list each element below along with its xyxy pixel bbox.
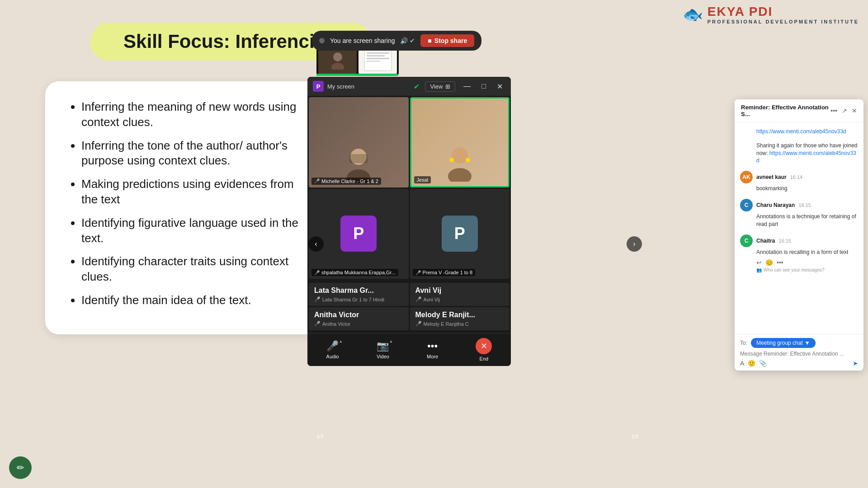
chat-message-charu: C Charu Narayan 16:15 Annotations is a t…	[740, 199, 858, 228]
melody-sub: 🎤 Melody E Ranjitha C	[415, 321, 505, 327]
logo-sub: PROFESSIONAL DEVELOPMENT INSTITUTE	[708, 19, 859, 24]
video-icon: 📷	[377, 340, 389, 352]
end-button[interactable]: ✕ End	[476, 338, 492, 361]
chat-to-label: To:	[740, 340, 747, 346]
reactions-more-icon[interactable]: •••	[777, 259, 783, 266]
jesal-name-bar: Jesal	[414, 176, 431, 183]
avneet-text: bookmarking	[756, 185, 858, 192]
end-circle: ✕	[476, 338, 492, 354]
participants-grid: 🎤 Michelle Clarke - Gr 1 & 2 Jesal P	[307, 96, 511, 280]
attachment-icon[interactable]: 📎	[759, 360, 767, 367]
more-label: More	[427, 354, 438, 359]
sharing-text: Sharing it again for those who have join…	[756, 142, 858, 164]
bullet-item: Identifying figurative language used in …	[81, 216, 303, 246]
lata-tile: Lata Sharma Gr... 🎤 Lata Sharma Gr 1 to …	[309, 283, 409, 306]
svg-point-0	[333, 52, 342, 61]
logo-area: 🐟 EKYA PDI PROFESSIONAL DEVELOPMENT INST…	[683, 5, 859, 24]
chaitra-time: 16:15	[778, 238, 791, 244]
mic-icon-3: 🎤	[314, 321, 321, 327]
menti-link-1[interactable]: https://www.menti.com/aleb45nov33d	[756, 128, 846, 135]
p-avatar-small: P	[313, 81, 324, 92]
chat-to-row: To: Meeting group chat ▼	[740, 338, 858, 348]
chat-input-row	[740, 351, 858, 357]
more-button[interactable]: ••• More	[427, 340, 438, 359]
chat-title: Reminder: Effective Annotation S...	[741, 104, 830, 117]
chat-external-icon[interactable]: ↗	[842, 107, 847, 114]
bullet-list: Inferring the meaning of new words using…	[68, 99, 303, 308]
charu-avatar: C	[740, 199, 753, 211]
logo-fish-icon: 🐟	[683, 5, 703, 24]
share-dot-icon	[319, 38, 325, 43]
jesal-video	[411, 99, 509, 186]
page-indicator-left: 1/3	[316, 434, 323, 439]
mic-icon: 🎤	[314, 296, 321, 302]
chat-message-link1: https://www.menti.com/aleb45nov33d	[740, 128, 858, 136]
participant-tile-jesal: Jesal	[410, 97, 510, 188]
anitha-tile: Anitha Victor 🎤 Anitha Victor	[309, 307, 409, 330]
stop-share-button[interactable]: ■ Stop share	[420, 34, 474, 47]
mic-off-icon-3: 🎤	[415, 270, 421, 275]
participant-tile-prema: P 🎤 Prema V -Grade 1 to 8	[410, 189, 510, 279]
melody-title: Melody E Ranjit...	[415, 311, 505, 319]
send-icon[interactable]: ➤	[853, 360, 858, 367]
share-audio-icon: 🔊 ✔	[400, 37, 415, 44]
chat-recipient-button[interactable]: Meeting group chat ▼	[751, 338, 816, 348]
green-share-indicator	[316, 74, 398, 76]
chat-input[interactable]	[740, 351, 858, 357]
video-label: Video	[377, 354, 389, 359]
emoji-icon[interactable]: 😊	[765, 259, 773, 266]
menti-link-2[interactable]: https://www.menti.com/aleb45nov33d	[756, 150, 856, 164]
chat-message-sharing: Sharing it again for those who have join…	[740, 142, 858, 164]
chaitra-avatar: C	[740, 235, 753, 247]
nav-arrow-right[interactable]: ›	[627, 236, 642, 252]
audio-label: Audio	[326, 354, 339, 359]
avni-sub: 🎤 Avni Vij	[415, 296, 505, 302]
chaitra-text: Annotation is recalling in a form of tex…	[756, 249, 858, 256]
who-can-see: 👥 Who can see your messages?	[756, 267, 858, 272]
emoji-picker-icon[interactable]: 🙂	[748, 360, 755, 367]
avneet-sender: avneet kaur	[756, 174, 787, 180]
mini-video-person	[318, 47, 357, 74]
avni-tile: Avni Vij 🎤 Avni Vij	[410, 283, 510, 306]
chat-close-icon[interactable]: ✕	[852, 107, 857, 114]
format-icon[interactable]: A	[740, 360, 744, 367]
people-icon: 👥	[756, 267, 762, 272]
edit-icon[interactable]: ✏	[9, 456, 32, 479]
lata-sub: 🎤 Lata Sharma Gr 1 to 7 Hindi	[314, 296, 403, 302]
melody-tile: Melody E Ranjit... 🎤 Melody E Ranjitha C	[410, 307, 510, 330]
jesal-name: Jesal	[417, 177, 429, 183]
chat-more-icon[interactable]: •••	[830, 107, 837, 114]
mic-off-icon: 🎤	[314, 178, 320, 183]
video-button[interactable]: 📷 ▲ Video	[377, 340, 389, 359]
view-button[interactable]: View ⊞	[425, 81, 455, 92]
chat-header: Reminder: Effective Annotation S... ••• …	[735, 99, 863, 122]
reply-icon[interactable]: ↩	[756, 259, 762, 266]
charu-time: 16:15	[798, 202, 811, 208]
person-silhouette	[331, 52, 344, 70]
chat-link-text-1: https://www.menti.com/aleb45nov33d	[756, 128, 858, 136]
chat-message-avneet: AK avneet kaur 16:14 bookmarking	[740, 171, 858, 192]
video-caret-icon: ▲	[389, 339, 393, 343]
minimize-button[interactable]: —	[461, 81, 473, 91]
participant-tile-shpalatha: P 🎤 shpalatha Mukkanna Erappa,Gr...	[309, 189, 409, 279]
chat-reactions: ↩ 😊 •••	[756, 259, 858, 266]
bullet-item: Identify the main idea of the text.	[81, 293, 303, 308]
svg-rect-4	[349, 154, 368, 163]
prema-avatar: P	[442, 216, 478, 252]
mini-video-doc	[359, 47, 397, 74]
audio-caret-icon: ▲	[339, 339, 343, 343]
michelle-name: Michelle Clarke - Gr 1 & 2	[321, 178, 378, 184]
chaitra-sender: Chaitra	[756, 238, 775, 244]
nav-arrow-left[interactable]: ‹	[308, 236, 324, 252]
logo-text: EKYA PDI PROFESSIONAL DEVELOPMENT INSTIT…	[708, 5, 859, 24]
bottom-names: Lata Sharma Gr... 🎤 Lata Sharma Gr 1 to …	[307, 280, 511, 333]
close-button[interactable]: ✕	[494, 81, 505, 92]
audio-button[interactable]: 🎤 ▲ Audio	[326, 340, 339, 359]
green-check-icon: ✔	[414, 82, 420, 91]
shpalatha-name: shpalatha Mukkanna Erappa,Gr...	[321, 270, 396, 275]
maximize-button[interactable]: □	[479, 81, 489, 91]
bullet-item: Making predictions using evidences from …	[81, 177, 303, 207]
charu-msg-header: C Charu Narayan 16:15	[740, 199, 858, 211]
shpalatha-name-bar: 🎤 shpalatha Mukkanna Erappa,Gr...	[311, 269, 398, 276]
stop-share-label: Stop share	[434, 37, 467, 44]
